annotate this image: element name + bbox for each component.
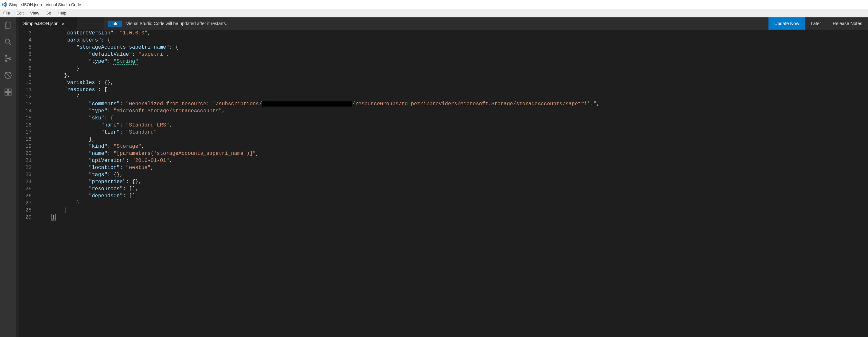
line-number: 10 <box>19 79 32 86</box>
svg-point-4 <box>9 58 11 59</box>
release-notes-button[interactable]: Release Notes <box>827 18 868 30</box>
code-line[interactable]: "sku": { <box>39 114 868 122</box>
explorer-icon[interactable] <box>4 21 12 30</box>
code-line[interactable]: "contentVersion": "1.0.0.0", <box>39 30 868 37</box>
close-icon[interactable]: × <box>62 21 65 26</box>
line-number: 22 <box>19 164 32 171</box>
code-line[interactable]: "tier": "Standard" <box>39 129 868 136</box>
line-number: 16 <box>19 122 32 129</box>
update-now-button[interactable]: Update Now <box>769 18 805 30</box>
code-line[interactable]: "kind": "Storage", <box>39 143 868 150</box>
code-line[interactable]: "resources": [], <box>39 186 868 193</box>
line-number: 14 <box>19 107 32 114</box>
svg-point-3 <box>5 60 7 62</box>
line-number: 26 <box>19 193 32 200</box>
code-line[interactable]: "properties": {}, <box>39 178 868 186</box>
code-line[interactable]: { <box>39 93 868 100</box>
code-editor[interactable]: 3456789101112131415161718192021222324252… <box>19 30 868 337</box>
svg-rect-10 <box>8 89 11 92</box>
code-content[interactable]: "contentVersion": "1.0.0.0", "parameters… <box>36 30 868 337</box>
code-line[interactable]: "name": "Standard_LRS", <box>39 122 868 129</box>
line-number: 15 <box>19 114 32 122</box>
menu-edit[interactable]: Edit <box>13 9 27 17</box>
later-button[interactable]: Later <box>805 18 827 30</box>
line-number: 20 <box>19 150 32 157</box>
svg-point-2 <box>5 55 7 57</box>
line-number: 24 <box>19 178 32 186</box>
svg-rect-7 <box>5 89 8 92</box>
line-number: 5 <box>19 44 32 51</box>
info-badge: Info <box>108 21 122 27</box>
code-line[interactable]: "defaultValue": "sapetri", <box>39 51 868 58</box>
menu-file[interactable]: File <box>0 9 13 17</box>
line-number: 23 <box>19 171 32 178</box>
activity-bar <box>0 18 16 337</box>
source-control-icon[interactable] <box>4 54 12 63</box>
sidebar-collapsed[interactable] <box>16 18 19 337</box>
svg-line-6 <box>6 74 10 77</box>
code-line[interactable]: "name": "[parameters('storageAccounts_sa… <box>39 150 868 157</box>
line-number: 18 <box>19 136 32 143</box>
line-number: 6 <box>19 51 32 58</box>
code-line[interactable]: "parameters": { <box>39 37 868 44</box>
code-line[interactable]: "type": "Microsoft.Storage/storageAccoun… <box>39 107 868 114</box>
line-number: 21 <box>19 157 32 164</box>
svg-point-0 <box>5 39 9 43</box>
menu-view[interactable]: View <box>27 9 42 17</box>
redacted-text <box>262 101 352 106</box>
line-number: 19 <box>19 143 32 150</box>
line-number: 17 <box>19 129 32 136</box>
svg-line-1 <box>9 43 11 45</box>
title-bar: SimpleJSON.json - Visual Studio Code <box>0 0 868 9</box>
code-line[interactable]: } <box>39 200 868 207</box>
update-notification: Info Visual Studio Code will be updated … <box>104 18 868 30</box>
line-number: 4 <box>19 37 32 44</box>
code-line[interactable]: } <box>39 214 868 221</box>
code-line[interactable]: "storageAccounts_sapetri_name": { <box>39 44 868 51</box>
vscode-logo-icon <box>1 2 7 7</box>
code-line[interactable]: }, <box>39 72 868 79</box>
menu-go[interactable]: Go <box>42 9 55 17</box>
editor-area: SimpleJSON.json × Info Visual Studio Cod… <box>19 18 868 337</box>
notification-message: Visual Studio Code will be updated after… <box>126 21 227 26</box>
code-line[interactable]: "variables": {}, <box>39 79 868 86</box>
code-line[interactable]: "resources": [ <box>39 86 868 93</box>
code-line[interactable]: } <box>39 65 868 72</box>
tab-simplejson[interactable]: SimpleJSON.json × <box>19 18 77 30</box>
line-number-gutter: 3456789101112131415161718192021222324252… <box>19 30 36 337</box>
extensions-icon[interactable] <box>4 88 12 97</box>
svg-rect-8 <box>5 92 8 95</box>
menu-help[interactable]: Help <box>55 9 69 17</box>
line-number: 8 <box>19 65 32 72</box>
debug-icon[interactable] <box>4 71 12 80</box>
code-line[interactable]: "location": "westus", <box>39 164 868 171</box>
menu-bar: File Edit View Go Help <box>0 9 868 18</box>
search-icon[interactable] <box>4 37 12 46</box>
line-number: 27 <box>19 200 32 207</box>
code-line[interactable]: "apiVersion": "2016-01-01", <box>39 157 868 164</box>
tab-label: SimpleJSON.json <box>23 21 59 26</box>
line-number: 28 <box>19 207 32 214</box>
code-line[interactable]: "comments": "Generalized from resource: … <box>39 100 868 107</box>
line-number: 9 <box>19 72 32 79</box>
code-line[interactable]: ] <box>39 207 868 214</box>
line-number: 12 <box>19 93 32 100</box>
editor-tabs: SimpleJSON.json × Info Visual Studio Cod… <box>19 18 868 30</box>
svg-rect-9 <box>8 92 11 95</box>
code-line[interactable]: "type": "String" <box>39 58 868 65</box>
line-number: 29 <box>19 214 32 221</box>
line-number: 3 <box>19 30 32 37</box>
workbench: SimpleJSON.json × Info Visual Studio Cod… <box>0 18 868 337</box>
line-number: 25 <box>19 186 32 193</box>
line-number: 7 <box>19 58 32 65</box>
code-line[interactable]: "tags": {}, <box>39 171 868 178</box>
line-number: 13 <box>19 100 32 107</box>
code-line[interactable]: "dependsOn": [] <box>39 193 868 200</box>
code-line[interactable]: }, <box>39 136 868 143</box>
window-title: SimpleJSON.json - Visual Studio Code <box>9 2 81 7</box>
line-number: 11 <box>19 86 32 93</box>
